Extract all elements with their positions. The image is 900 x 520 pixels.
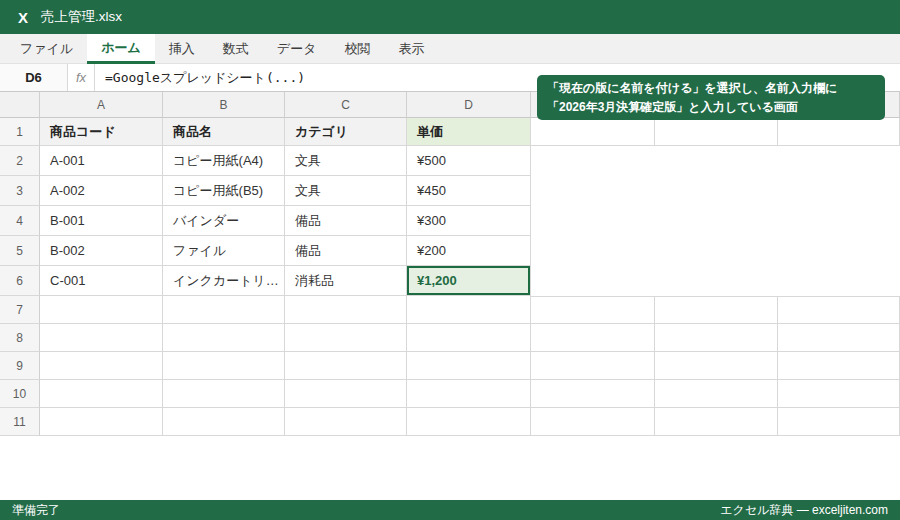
tab-insert[interactable]: 挿入	[155, 34, 209, 63]
cell-D1[interactable]: 単価	[407, 118, 531, 146]
cell-D10[interactable]	[407, 380, 531, 408]
cell-A2[interactable]: A-001	[40, 146, 163, 176]
cell-F8[interactable]	[655, 324, 778, 352]
select-all-corner[interactable]	[0, 92, 40, 118]
row-number-5[interactable]: 5	[0, 236, 40, 266]
cell-D3[interactable]: ¥450	[407, 176, 531, 206]
cell-B8[interactable]	[163, 324, 285, 352]
cell-C7[interactable]	[285, 296, 407, 324]
cell-G8[interactable]	[778, 324, 900, 352]
cell-F6[interactable]	[655, 266, 778, 296]
cell-E1[interactable]	[531, 118, 655, 146]
cell-E4[interactable]	[531, 206, 655, 236]
cell-F2[interactable]	[655, 146, 778, 176]
cell-E8[interactable]	[531, 324, 655, 352]
cell-G6[interactable]	[778, 266, 900, 296]
cell-A4[interactable]: B-001	[40, 206, 163, 236]
cell-F9[interactable]	[655, 352, 778, 380]
cell-B2[interactable]: コピー用紙(A4)	[163, 146, 285, 176]
cell-B10[interactable]	[163, 380, 285, 408]
cell-D4[interactable]: ¥300	[407, 206, 531, 236]
cell-F5[interactable]	[655, 236, 778, 266]
tab-data[interactable]: データ	[263, 34, 331, 63]
cell-D8[interactable]	[407, 324, 531, 352]
column-header-D[interactable]: D	[407, 92, 531, 118]
row-number-10[interactable]: 10	[0, 380, 40, 408]
cell-E7[interactable]	[531, 296, 655, 324]
cell-F10[interactable]	[655, 380, 778, 408]
cell-A6[interactable]: C-001	[40, 266, 163, 296]
cell-G4[interactable]	[778, 206, 900, 236]
column-header-A[interactable]: A	[40, 92, 163, 118]
row-number-2[interactable]: 2	[0, 146, 40, 176]
cell-C2[interactable]: 文具	[285, 146, 407, 176]
row-number-1[interactable]: 1	[0, 118, 40, 146]
cell-C5[interactable]: 備品	[285, 236, 407, 266]
cell-F1[interactable]	[655, 118, 778, 146]
cell-E3[interactable]	[531, 176, 655, 206]
tab-home[interactable]: ホーム	[87, 34, 155, 64]
cell-G2[interactable]	[778, 146, 900, 176]
cell-B4[interactable]: バインダー	[163, 206, 285, 236]
cell-B1[interactable]: 商品名	[163, 118, 285, 146]
cell-E11[interactable]	[531, 408, 655, 436]
cell-B9[interactable]	[163, 352, 285, 380]
cell-E10[interactable]	[531, 380, 655, 408]
cell-F4[interactable]	[655, 206, 778, 236]
cell-D5[interactable]: ¥200	[407, 236, 531, 266]
cell-C8[interactable]	[285, 324, 407, 352]
cell-C11[interactable]	[285, 408, 407, 436]
column-header-B[interactable]: B	[163, 92, 285, 118]
cell-C4[interactable]: 備品	[285, 206, 407, 236]
cell-D11[interactable]	[407, 408, 531, 436]
cell-F7[interactable]	[655, 296, 778, 324]
cell-B3[interactable]: コピー用紙(B5)	[163, 176, 285, 206]
cell-F11[interactable]	[655, 408, 778, 436]
cell-G5[interactable]	[778, 236, 900, 266]
cell-A8[interactable]	[40, 324, 163, 352]
cell-G11[interactable]	[778, 408, 900, 436]
cell-A10[interactable]	[40, 380, 163, 408]
cell-D2[interactable]: ¥500	[407, 146, 531, 176]
cell-C10[interactable]	[285, 380, 407, 408]
cell-E6[interactable]	[531, 266, 655, 296]
tab-file[interactable]: ファイル	[6, 34, 87, 63]
cell-G10[interactable]	[778, 380, 900, 408]
cell-C6[interactable]: 消耗品	[285, 266, 407, 296]
row-number-8[interactable]: 8	[0, 324, 40, 352]
cell-G7[interactable]	[778, 296, 900, 324]
row-number-4[interactable]: 4	[0, 206, 40, 236]
row-number-11[interactable]: 11	[0, 408, 40, 436]
tab-review[interactable]: 校閲	[330, 34, 384, 63]
cell-A9[interactable]	[40, 352, 163, 380]
row-number-9[interactable]: 9	[0, 352, 40, 380]
cell-A5[interactable]: B-002	[40, 236, 163, 266]
cell-F3[interactable]	[655, 176, 778, 206]
cell-E2[interactable]	[531, 146, 655, 176]
cell-A7[interactable]	[40, 296, 163, 324]
cell-C1[interactable]: カテゴリ	[285, 118, 407, 146]
cell-C9[interactable]	[285, 352, 407, 380]
cell-A11[interactable]	[40, 408, 163, 436]
cell-D9[interactable]	[407, 352, 531, 380]
cell-A3[interactable]: A-002	[40, 176, 163, 206]
cell-B7[interactable]	[163, 296, 285, 324]
row-number-3[interactable]: 3	[0, 176, 40, 206]
row-number-6[interactable]: 6	[0, 266, 40, 296]
row-number-7[interactable]: 7	[0, 296, 40, 324]
cell-G9[interactable]	[778, 352, 900, 380]
cell-G1[interactable]	[778, 118, 900, 146]
cell-E5[interactable]	[531, 236, 655, 266]
column-header-C[interactable]: C	[285, 92, 407, 118]
cell-C3[interactable]: 文具	[285, 176, 407, 206]
cell-B5[interactable]: ファイル	[163, 236, 285, 266]
cell-D6[interactable]: ¥1,200	[407, 266, 531, 296]
tab-formulas[interactable]: 数式	[209, 34, 263, 63]
name-box[interactable]: D6	[0, 64, 68, 91]
cell-G3[interactable]	[778, 176, 900, 206]
cell-B11[interactable]	[163, 408, 285, 436]
cell-E9[interactable]	[531, 352, 655, 380]
tab-view[interactable]: 表示	[384, 34, 438, 63]
cell-A1[interactable]: 商品コード	[40, 118, 163, 146]
cell-D7[interactable]	[407, 296, 531, 324]
